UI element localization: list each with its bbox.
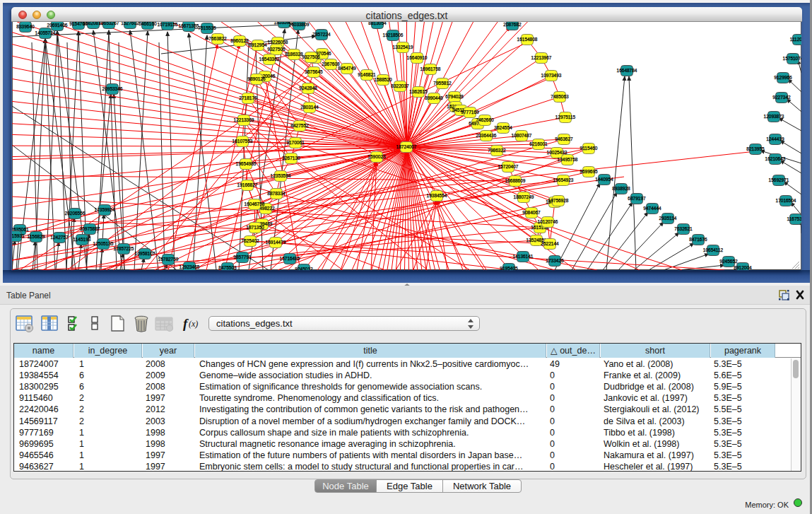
svg-text:1242757: 1242757 [50, 235, 69, 240]
svg-text:9699695: 9699695 [579, 169, 598, 174]
svg-text:8471676: 8471676 [689, 237, 707, 242]
svg-text:1362615: 1362615 [409, 89, 428, 94]
svg-text:20206556: 20206556 [65, 211, 86, 216]
svg-text:8213955: 8213955 [746, 146, 765, 151]
svg-text:19166827: 19166827 [237, 182, 258, 187]
svg-text:7625402: 7625402 [241, 238, 259, 243]
svg-text:3267130: 3267130 [282, 156, 300, 160]
svg-text:16914479: 16914479 [266, 240, 286, 245]
svg-text:16154808: 16154808 [517, 37, 538, 42]
svg-text:19384554: 19384554 [427, 193, 447, 198]
svg-text:16210643: 16210643 [765, 156, 786, 161]
svg-text:10973493: 10973493 [541, 73, 562, 78]
svg-text:15720407: 15720407 [498, 164, 519, 169]
svg-text:9245012: 9245012 [295, 267, 313, 270]
svg-text:1145193: 1145193 [73, 237, 91, 242]
svg-text:9463627: 9463627 [555, 136, 573, 141]
svg-text:10719155: 10719155 [158, 22, 178, 27]
svg-text:1588520: 1588520 [374, 77, 392, 82]
svg-text:19654985: 19654985 [236, 161, 257, 166]
svg-text:19218506: 19218506 [383, 33, 404, 37]
svg-text:13495758: 13495758 [558, 157, 578, 162]
svg-text:8322037: 8322037 [391, 83, 409, 88]
svg-text:16782759: 16782759 [158, 257, 179, 262]
svg-text:1871350: 1871350 [246, 225, 264, 230]
svg-text:8475503: 8475503 [218, 265, 237, 270]
svg-text:9084067: 9084067 [522, 210, 541, 215]
svg-text:16107553: 16107553 [233, 139, 253, 144]
svg-text:16648784: 16648784 [617, 68, 637, 73]
svg-text:9242848: 9242848 [299, 86, 317, 90]
svg-text:12975115: 12975115 [555, 115, 576, 119]
svg-text:3624554: 3624554 [494, 125, 512, 130]
svg-text:2522144: 2522144 [541, 241, 559, 246]
svg-text:7663822: 7663822 [208, 36, 227, 41]
svg-text:1167534: 1167534 [787, 216, 801, 221]
svg-text:8427552: 8427552 [290, 123, 309, 128]
svg-text:1244419: 1244419 [766, 136, 784, 141]
svg-text:15692971: 15692971 [769, 177, 789, 182]
svg-text:20364436: 20364436 [476, 133, 497, 138]
svg-text:7986322: 7986322 [488, 148, 506, 153]
svg-text:9327506: 9327506 [302, 54, 320, 59]
svg-text:12093873: 12093873 [764, 114, 784, 119]
svg-text:8339640: 8339640 [16, 24, 35, 29]
svg-text:6466160: 6466160 [139, 22, 157, 26]
svg-text:8454749: 8454749 [338, 66, 356, 71]
svg-text:30975887: 30975887 [80, 226, 100, 231]
svg-text:12213369: 12213369 [234, 117, 254, 122]
svg-text:8960128: 8960128 [230, 38, 249, 43]
svg-text:3915931: 3915931 [12, 233, 25, 238]
svg-text:6879197: 6879197 [628, 196, 646, 201]
svg-text:9474444: 9474444 [643, 206, 661, 211]
svg-text:14055724: 14055724 [35, 30, 56, 35]
svg-text:16961758: 16961758 [420, 66, 441, 71]
svg-text:9890126: 9890126 [247, 76, 266, 81]
svg-text:9327506: 9327506 [267, 47, 286, 52]
svg-text:20953346: 20953346 [102, 86, 123, 91]
svg-text:8912004: 8912004 [734, 265, 752, 270]
svg-text:2367608: 2367608 [322, 62, 340, 66]
svg-text:16046758: 16046758 [245, 201, 265, 206]
svg-text:13325419: 13325419 [393, 45, 413, 49]
svg-text:7462660: 7462660 [476, 117, 494, 122]
svg-text:2087682: 2087682 [503, 22, 522, 27]
svg-text:9777169: 9777169 [461, 110, 479, 115]
svg-text:1527602: 1527602 [121, 22, 139, 25]
svg-text:7857224: 7857224 [312, 32, 331, 37]
svg-text:9195405: 9195405 [500, 266, 518, 270]
svg-text:17016504: 17016504 [776, 198, 796, 203]
svg-text:8912954: 8912954 [249, 42, 267, 47]
svg-text:12505135: 12505135 [93, 241, 114, 246]
svg-text:9146821: 9146821 [358, 72, 376, 77]
svg-text:(x): (x) [189, 319, 198, 329]
svg-text:17857225: 17857225 [114, 246, 134, 251]
svg-text:8878334: 8878334 [267, 191, 286, 196]
svg-text:1733426: 1733426 [546, 258, 564, 263]
svg-text:9857791: 9857791 [233, 255, 252, 259]
svg-text:19756928: 19756928 [548, 198, 569, 203]
svg-text:10654112: 10654112 [703, 247, 724, 252]
svg-text:9129966: 9129966 [774, 75, 792, 80]
svg-text:16543362: 16543362 [259, 57, 280, 62]
svg-text:15716485: 15716485 [280, 256, 300, 261]
svg-text:9170061: 9170061 [286, 140, 305, 145]
svg-text:9115460: 9115460 [580, 146, 598, 151]
svg-text:2718176: 2718176 [239, 95, 257, 100]
svg-text:2935114: 2935114 [659, 216, 677, 221]
svg-text:7485063: 7485063 [551, 94, 569, 99]
svg-text:12923465: 12923465 [180, 264, 200, 269]
svg-text:8186328: 8186328 [285, 52, 303, 57]
svg-text:10688609: 10688609 [505, 178, 526, 183]
svg-text:10653267: 10653267 [99, 22, 119, 25]
svg-text:7515535: 7515535 [198, 25, 216, 30]
svg-text:7632621: 7632621 [674, 226, 693, 231]
svg-text:10958107: 10958107 [135, 251, 155, 256]
svg-text:3675645: 3675645 [305, 69, 323, 74]
svg-text:1112045: 1112045 [790, 37, 801, 42]
svg-text:10807487: 10807487 [512, 133, 532, 138]
svg-text:16640910: 16640910 [407, 55, 428, 60]
svg-text:6794028: 6794028 [445, 94, 464, 99]
svg-text:18724007: 18724007 [396, 144, 417, 149]
svg-text:14136141: 14136141 [513, 254, 534, 259]
